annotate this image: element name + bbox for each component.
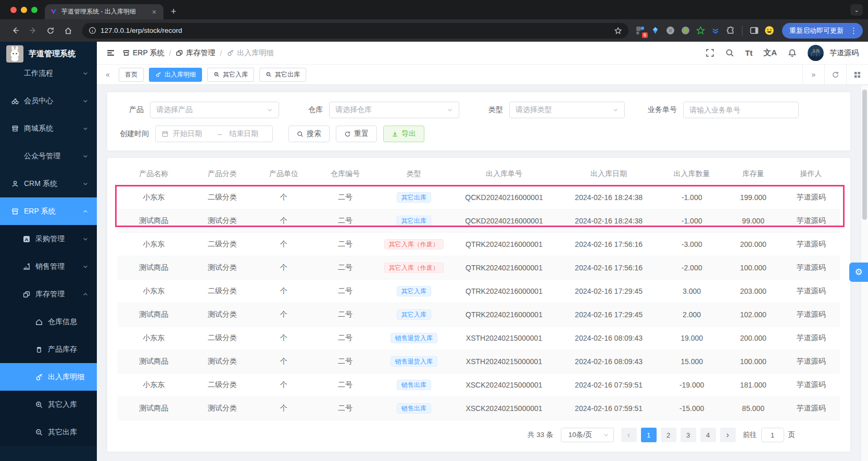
breadcrumb-separator: / — [169, 49, 171, 57]
browser-menu-kebab-icon[interactable]: ⋮ — [848, 26, 860, 35]
cell-stock: 102.000 — [724, 303, 782, 327]
user-avatar[interactable]: 义乌 — [808, 45, 824, 61]
prev-page-icon[interactable]: ‹ — [621, 428, 637, 442]
zoom-in-icon — [213, 71, 220, 78]
new-tab-button[interactable]: + — [163, 6, 184, 19]
extension-kite-icon[interactable] — [650, 26, 660, 36]
close-window-button[interactable] — [10, 7, 17, 13]
sidebar-item-1[interactable]: 会员中心 — [0, 87, 97, 115]
search-icon[interactable] — [725, 48, 734, 57]
table-row[interactable]: 小东东二级分类个二号其它入库QTRK202402160000012024-02-… — [118, 280, 840, 303]
extension-green-circle-icon[interactable] — [680, 26, 690, 36]
sidebar-item-11[interactable]: 出入库明细 — [0, 363, 97, 391]
home-icon[interactable] — [60, 23, 76, 39]
cell-type: 其它入库（作废） — [378, 256, 450, 280]
layout-grid-icon[interactable] — [846, 65, 868, 84]
extension-chevrons-icon[interactable] — [710, 26, 721, 36]
tag-3[interactable]: 其它出库 — [259, 68, 306, 82]
chevron-down-icon — [82, 126, 89, 132]
warehouse-select[interactable]: 请选择仓库 — [329, 102, 459, 118]
export-button[interactable]: 导出 — [383, 126, 424, 142]
bizno-input[interactable] — [689, 106, 792, 114]
scrollbar-thumb[interactable] — [862, 90, 867, 220]
goto-page-input[interactable] — [761, 428, 784, 442]
page-size-select[interactable]: 10条/页 — [561, 428, 614, 442]
sidebar-item-3[interactable]: 公众号管理 — [0, 142, 97, 170]
update-browser-button[interactable]: 重新启动即可更新 ⋮ — [782, 23, 863, 39]
cell-product: 测试商品 — [118, 303, 190, 327]
sidebar-item-10[interactable]: 产品库存 — [0, 335, 97, 363]
notification-bell-icon[interactable] — [788, 48, 797, 57]
chevron-down-icon — [447, 107, 453, 113]
fullscreen-icon[interactable] — [706, 48, 714, 57]
table-row[interactable]: 测试商品测试分类个二号销售退货入库XSTH202402150000012024-… — [118, 350, 840, 373]
username[interactable]: 芋道源码 — [829, 48, 859, 58]
table-row[interactable]: 测试商品测试分类个二号其它入库（作废）QTRK20240216000001202… — [118, 256, 840, 280]
type-badge: 其它出库 — [397, 192, 431, 203]
table-row[interactable]: 测试商品测试分类个二号销售出库XSCK202402150000012024-02… — [118, 397, 840, 420]
next-page-icon[interactable]: › — [720, 428, 736, 442]
page-button-4[interactable]: 4 — [700, 428, 716, 442]
breadcrumb-item-1[interactable]: 库存管理 — [175, 48, 215, 58]
page-button-3[interactable]: 3 — [681, 428, 696, 442]
page-button-1[interactable]: 1 — [641, 428, 657, 442]
side-panel-icon[interactable] — [749, 26, 759, 36]
minimize-window-button[interactable] — [21, 7, 27, 13]
sidebar-item-9[interactable]: 仓库信息 — [0, 308, 97, 335]
table-row[interactable]: 小东东二级分类个二号销售出库XSCK202402150000012024-02-… — [118, 373, 840, 397]
extension-green-star-icon[interactable] — [695, 26, 706, 36]
forward-icon[interactable] — [25, 23, 41, 39]
extension-gray-circle-icon[interactable] — [665, 26, 675, 36]
tab-search-icon[interactable]: ⌄ — [850, 4, 863, 16]
language-icon[interactable]: 文A — [763, 48, 777, 58]
product-select[interactable]: 请选择产品 — [150, 102, 279, 118]
theme-settings-gear-icon[interactable]: ⚙ — [849, 263, 868, 282]
table-row[interactable]: 测试商品测试分类个二号其它入库QTRK202402160000012024-02… — [118, 303, 840, 327]
sidebar-logo[interactable]: 芋道管理系统 — [0, 42, 97, 66]
sidebar-item-4[interactable]: CRM 系统 — [0, 170, 97, 197]
cell-quantity: 15.000 — [659, 350, 724, 373]
page-button-2[interactable]: 2 — [661, 428, 676, 442]
back-icon[interactable] — [7, 23, 23, 39]
refresh-page-icon[interactable] — [824, 65, 846, 84]
collapse-menu-icon[interactable] — [106, 48, 115, 57]
site-info-icon[interactable] — [89, 27, 96, 34]
browser-tab[interactable]: 芋道管理系统 - 出入库明细 × — [45, 4, 163, 19]
bookmark-star-icon[interactable] — [614, 27, 622, 35]
reload-icon[interactable] — [43, 23, 58, 39]
breadcrumb-label: ERP 系统 — [133, 48, 164, 58]
address-bar[interactable]: 127.0.0.1/erp/stock/record — [82, 23, 628, 39]
logo-avatar — [6, 45, 23, 63]
profile-emoji-icon[interactable] — [764, 26, 774, 36]
extensions-puzzle-icon[interactable] — [725, 26, 736, 36]
sidebar-item-2[interactable]: 商城系统 — [0, 115, 97, 142]
sidebar-item-13[interactable]: 其它出库 — [0, 418, 97, 446]
sidebar-item-5[interactable]: ERP 系统 — [0, 197, 97, 225]
tag-0[interactable]: 首页 — [119, 68, 144, 82]
sidebar-item-12[interactable]: 其它入库 — [0, 391, 97, 418]
tag-1[interactable]: 出入库明细 — [149, 68, 202, 82]
date-range-input[interactable]: 开始日期 – 结束日期 — [155, 126, 273, 142]
table-row[interactable]: 测试商品测试分类个二号其它出库QCKD202402160000012024-02… — [118, 209, 840, 233]
tag-2[interactable]: 其它入库 — [207, 68, 254, 82]
scroll-tags-left-icon[interactable]: « — [100, 70, 116, 79]
scroll-tags-right-icon[interactable]: » — [802, 65, 824, 84]
search-button[interactable]: 搜索 — [288, 126, 330, 142]
table-row[interactable]: 小东东二级分类个二号销售退货入库XSTH202402150000012024-0… — [118, 327, 840, 350]
zoom-window-button[interactable] — [31, 7, 37, 13]
sidebar-item-7[interactable]: 销售管理 — [0, 253, 97, 280]
type-select[interactable]: 请选择类型 — [509, 102, 625, 118]
reset-button[interactable]: 重置 — [336, 126, 377, 142]
sidebar-item-8[interactable]: 库存管理 — [0, 280, 97, 308]
page-numbers: 1234 — [641, 428, 716, 442]
chevron-down-icon — [612, 107, 619, 113]
table-row[interactable]: 小东东二级分类个二号其它出库QCKD202402160000012024-02-… — [118, 186, 840, 209]
font-size-icon[interactable]: Tt — [745, 48, 752, 57]
table-row[interactable]: 小东东二级分类个二号其它入库（作废）QTRK202402160000012024… — [118, 233, 840, 256]
url-text[interactable]: 127.0.0.1/erp/stock/record — [100, 27, 610, 34]
window-controls[interactable] — [0, 0, 45, 19]
breadcrumb-item-0[interactable]: ERP 系统 — [122, 48, 164, 58]
tab-close-icon[interactable]: × — [150, 8, 158, 16]
extension-tampermonkey-icon[interactable]: 6 — [635, 26, 645, 36]
sidebar-item-6[interactable]: A采购管理 — [0, 225, 97, 253]
